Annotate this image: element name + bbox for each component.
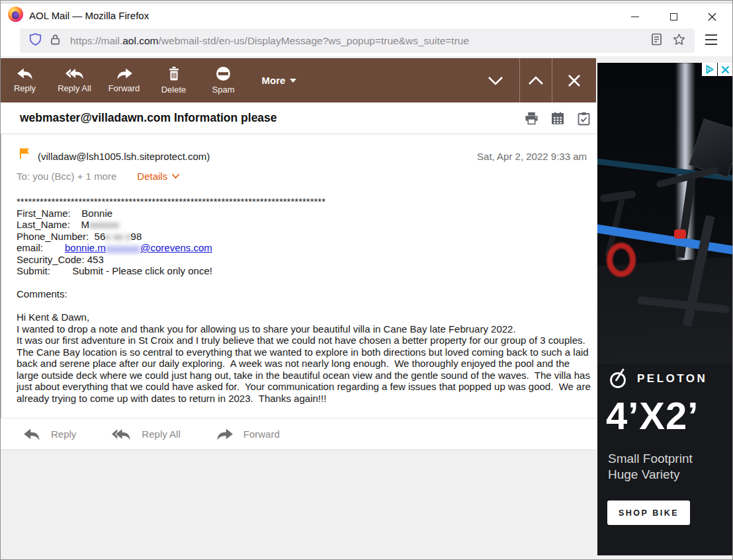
reply-icon <box>17 67 34 80</box>
message-date: Sat, Apr 2, 2022 9:33 am <box>477 151 587 162</box>
close-message-button[interactable] <box>552 58 596 102</box>
reply-all-icon <box>111 428 132 441</box>
submit-line: Submit: Submit - Please click only once! <box>17 265 594 277</box>
calendar-icon <box>551 112 564 125</box>
dropdown-arrow-icon <box>290 79 296 83</box>
sender-address: (villadaw@lsh1005.lsh.siteprotect.com) <box>38 151 210 162</box>
red-knob-shape <box>674 229 686 239</box>
comments-label: Comments: <box>17 288 594 300</box>
message-subject: webmaster@villadawn.com Information plea… <box>20 111 277 125</box>
spam-icon <box>216 66 231 81</box>
ad-photo <box>597 63 733 364</box>
reply-all-button[interactable]: Reply All <box>50 58 99 102</box>
email-line: email:bonnie.mxxxxxxx@corevens.com <box>17 242 594 254</box>
delete-button[interactable]: Delete <box>149 58 198 102</box>
chevron-down-icon <box>171 173 180 179</box>
collapse-message-button[interactable] <box>472 58 519 102</box>
advertisement[interactable]: PELOTON 4’X2’ Small Footprint Huge Varie… <box>597 63 733 555</box>
message-header: webmaster@villadawn.com Information plea… <box>0 102 596 134</box>
adchoices-button[interactable] <box>702 63 717 76</box>
tracking-shield-icon[interactable] <box>29 32 42 49</box>
first-name-line: First_Name: Bonnie <box>17 208 594 220</box>
close-icon <box>568 74 581 87</box>
flag-icon[interactable] <box>19 147 30 162</box>
email-body-text: ****************************************… <box>17 196 594 404</box>
reply-all-icon <box>65 67 85 80</box>
forward-button[interactable]: Forward <box>99 58 149 102</box>
ad-headline: 4’X2’ <box>606 393 699 438</box>
spam-button[interactable]: Spam <box>198 58 248 102</box>
ad-brand-name: PELOTON <box>637 372 707 385</box>
redacted-text: xxxxxxx <box>106 242 141 253</box>
reader-view-icon[interactable] <box>651 33 662 48</box>
greeting-line: Hi Kent & Dawn, <box>17 311 594 323</box>
menu-icon[interactable] <box>704 33 718 46</box>
reply-button[interactable]: Reply <box>0 58 50 102</box>
forward-icon <box>116 67 133 80</box>
lock-icon[interactable] <box>50 33 61 48</box>
close-icon <box>708 13 716 21</box>
email-link[interactable]: bonnie.mxxxxxxx@corevens.com <box>65 242 212 253</box>
shop-bike-button[interactable]: SHOP BIKE <box>607 500 690 525</box>
browser-navbar: https://mail.aol.com/webmail-std/en-us/D… <box>0 25 733 56</box>
redacted-text: xxxxxx <box>89 219 119 230</box>
url-bar[interactable]: https://mail.aol.com/webmail-std/en-us/D… <box>20 28 695 53</box>
paragraph-line: I wanted to drop a note and thank you fo… <box>17 323 594 335</box>
last-name-line: Last_Name: Mxxxxxx <box>17 219 594 231</box>
redacted-text: x xx x <box>105 231 130 242</box>
close-icon <box>721 65 730 74</box>
phone-line: Phone_Number: 56x xx x98 <box>17 231 594 243</box>
url-text[interactable]: https://mail.aol.com/webmail-std/en-us/D… <box>70 35 644 47</box>
paragraph-block: The Cane Bay location is so central to e… <box>17 346 594 405</box>
clipboard-check-icon <box>578 112 590 126</box>
chevron-up-icon <box>528 75 544 86</box>
mail-toolbar: Reply Reply All Forward Delete Spam More <box>0 58 596 102</box>
red-flywheel-shape <box>607 243 636 277</box>
ad-subline: Huge Variety <box>608 467 679 482</box>
stars-line: ****************************************… <box>17 196 594 208</box>
footer-reply-button[interactable]: Reply <box>23 428 76 441</box>
more-button[interactable]: More <box>253 58 305 102</box>
peloton-logo-icon <box>608 368 629 389</box>
firefox-icon <box>8 7 23 22</box>
trash-icon <box>167 67 181 81</box>
window-titlebar: AOL Mail — Mozilla Firefox <box>0 3 733 25</box>
task-clipboard-button[interactable] <box>575 110 592 127</box>
maximize-button[interactable] <box>664 9 683 24</box>
previous-message-button[interactable] <box>520 58 552 102</box>
forward-icon <box>216 428 234 441</box>
adchoices-icon <box>705 65 714 74</box>
ad-close-button[interactable] <box>718 63 733 76</box>
ad-brand-row: PELOTON <box>608 368 707 389</box>
print-button[interactable] <box>523 110 540 127</box>
footer-reply-all-button[interactable]: Reply All <box>111 428 180 441</box>
paragraph-line: It was our first adventure in St Croix a… <box>17 335 594 346</box>
message-body: (villadaw@lsh1005.lsh.siteprotect.com) S… <box>0 134 596 418</box>
printer-icon <box>525 112 539 125</box>
bookmark-star-icon[interactable] <box>673 33 685 48</box>
details-button[interactable]: Details <box>137 171 180 182</box>
footer-forward-button[interactable]: Forward <box>216 428 280 441</box>
window-title: AOL Mail — Mozilla Firefox <box>29 10 149 21</box>
to-line: To: you (Bcc) + 1 more <box>17 171 116 182</box>
calendar-button[interactable] <box>549 110 566 127</box>
minimize-button[interactable] <box>625 9 645 24</box>
footer-action-bar: Reply Reply All Forward <box>0 418 596 450</box>
reply-icon <box>23 428 41 441</box>
security-line: Security_Code: 453 <box>17 254 594 266</box>
ad-subline: Small Footprint <box>608 452 693 466</box>
recipient-row: To: you (Bcc) + 1 more Details <box>17 171 180 182</box>
chevron-down-icon <box>488 75 503 86</box>
window-close-button[interactable] <box>702 9 722 24</box>
